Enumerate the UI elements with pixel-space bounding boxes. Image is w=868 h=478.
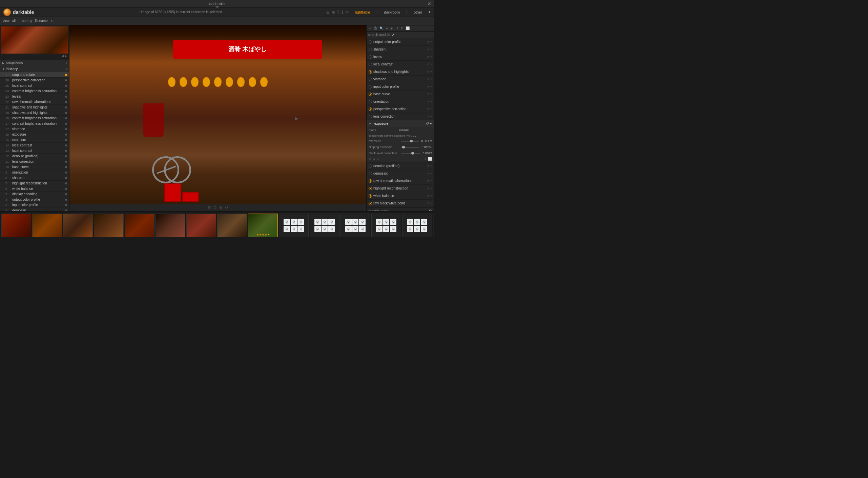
mod-reset-icon[interactable]: ↺ [427, 107, 430, 111]
history-item[interactable]: 14 local contrast [0, 143, 69, 148]
module-input-color-profile[interactable]: input color profile ↺ ▾ [367, 83, 434, 91]
module-power-icon[interactable] [369, 78, 372, 81]
history-item[interactable]: 8 sharpen [0, 175, 69, 181]
mod-reset-icon[interactable]: ↺ [427, 187, 430, 190]
filmstrip-thumb[interactable] [156, 214, 185, 237]
mod-preset-icon[interactable]: ▾ [430, 63, 432, 66]
module-denoise-profiled[interactable]: denoise (profiled) ↺ ▾ [367, 162, 434, 170]
right-panel-arrow[interactable]: ▶ [295, 116, 298, 121]
mod-preset-icon[interactable]: ▾ [430, 172, 432, 175]
filmstrip-thumb[interactable] [1, 214, 31, 237]
rgb-rt-icon[interactable]: ◈ [390, 26, 394, 31]
mod-reset-icon[interactable]: ↺ [427, 202, 430, 205]
info-icon[interactable]: ℹ [342, 10, 343, 15]
rotate-btn[interactable]: ↺ [225, 205, 228, 210]
history-item[interactable]: 23 levels [0, 94, 69, 99]
filmstrip-thumb[interactable] [217, 214, 247, 237]
module-raw-chromatic[interactable]: raw chromatic aberrations ↺ ▾ [367, 177, 434, 185]
mod-preset-icon[interactable]: ▾ [430, 40, 432, 44]
mod-preset-icon[interactable]: ▾ [430, 107, 432, 111]
history-item[interactable]: 17 contrast brightness saturation [0, 121, 69, 126]
black-slider[interactable] [401, 151, 420, 156]
module-exposure-header[interactable]: ▼ exposure ↺ ▾ [367, 120, 434, 127]
snapshots-section[interactable]: ▶ snapshots ℹ [0, 60, 69, 66]
history-item[interactable]: 6 white balance [0, 186, 69, 192]
mod-preset-icon[interactable]: ▾ [430, 55, 432, 59]
zoom-fit-btn[interactable]: ⊡ [213, 205, 216, 210]
module-perspective-correction[interactable]: perspective correction ↺ ▾ [367, 105, 434, 113]
module-orientation[interactable]: orientation ↺ ▾ [367, 98, 434, 105]
upload-rt-icon[interactable]: ⬆ [400, 26, 404, 31]
exp-history-icon[interactable]: ↺ [373, 157, 375, 161]
app-logo[interactable]: darktable [3, 8, 34, 16]
mod-preset-icon[interactable]: ▾ [430, 93, 432, 96]
history-info-icon[interactable]: ℹ [66, 67, 67, 71]
snapshots-info-icon[interactable]: ℹ [66, 61, 67, 65]
exp-reset-icon[interactable]: ↺ [426, 121, 429, 125]
module-vibrance[interactable]: vibrance ↺ ▾ [367, 76, 434, 83]
filmstrip-thumb[interactable] [94, 214, 124, 237]
module-power-icon[interactable] [369, 40, 372, 44]
history-item[interactable]: 3 input color profile [0, 202, 69, 208]
mod-reset-icon[interactable]: ↺ [427, 85, 430, 88]
filmstrip-skull-thumb[interactable]: 💀 💀 💀 💀 💀 💀 [433, 214, 434, 237]
filmstrip-skull-thumb[interactable]: 💀 💀 💀 💀 💀 💀 [371, 214, 401, 237]
module-power-icon[interactable] [369, 194, 372, 198]
exp-delete-icon[interactable]: ✕ [369, 157, 371, 161]
filmstrip-thumb[interactable] [125, 214, 154, 237]
power-rt-icon[interactable]: ⏻ [373, 26, 378, 31]
exposure-slider[interactable] [401, 139, 419, 143]
mod-reset-icon[interactable]: ↺ [427, 172, 430, 175]
module-raw-black-white[interactable]: raw black/white point ↺ ▾ [367, 200, 434, 207]
mod-preset-icon[interactable]: ▾ [430, 100, 432, 103]
mod-preset-icon[interactable]: ▾ [430, 194, 432, 198]
module-sharpen[interactable]: sharpen ↺ ▾ [367, 46, 434, 53]
module-power-icon[interactable] [369, 48, 372, 51]
clipping-slider[interactable] [401, 145, 419, 150]
module-order-icon[interactable]: ⚙ [429, 209, 432, 211]
module-power-icon[interactable] [369, 85, 372, 88]
module-power-icon[interactable] [369, 179, 372, 183]
mod-preset-icon[interactable]: ▾ [430, 164, 432, 168]
mod-reset-icon[interactable]: ↺ [427, 100, 430, 103]
search-expand-icon[interactable]: ↗ [392, 33, 395, 37]
history-item[interactable]: 5 display encoding [0, 192, 69, 197]
module-highlight-reconstruction[interactable]: highlight reconstruction ↺ ▾ [367, 185, 434, 192]
history-section-header[interactable]: ▼ history ℹ [0, 66, 69, 72]
module-demosaic[interactable]: demosaic ↺ ▾ [367, 170, 434, 177]
mod-reset-icon[interactable]: ↺ [427, 115, 430, 118]
mod-preset-icon[interactable]: ▾ [430, 70, 432, 74]
nav-lighttable[interactable]: lighttable [354, 9, 372, 15]
history-item[interactable]: 19 contrast brightness saturation [0, 116, 69, 121]
mod-reset-icon[interactable]: ↺ [427, 48, 430, 51]
module-lens-correction[interactable]: lens correction ↺ ▾ [367, 113, 434, 120]
module-shadows-highlights[interactable]: shadows and highlights ↺ ▾ [367, 68, 434, 76]
module-power-icon[interactable] [369, 93, 372, 96]
module-power-icon[interactable] [369, 107, 372, 111]
filmstrip-thumb[interactable] [63, 214, 93, 237]
history-item[interactable]: 21 shadows and highlights [0, 105, 69, 110]
module-power-icon[interactable] [369, 100, 372, 103]
exp-upload-icon[interactable]: ⬆ [424, 157, 427, 161]
exp-copy-icon[interactable]: ⊕ [377, 157, 379, 161]
module-output-color-profile[interactable]: output color profile ↺ ▾ [367, 38, 434, 46]
history-item[interactable]: 7 highlight reconstruction [0, 181, 69, 186]
module-levels[interactable]: levels ↺ ▾ [367, 53, 434, 61]
sort-arrow[interactable]: ↑↓ [50, 19, 54, 23]
mod-reset-icon[interactable]: ↺ [427, 70, 430, 74]
module-power-icon[interactable] [369, 172, 372, 175]
collapse-arrow[interactable] [215, 6, 219, 8]
nav-more[interactable]: ▾ [429, 10, 431, 14]
reset-rt-icon[interactable]: ↺ [395, 26, 399, 31]
circle-rt-icon[interactable]: ● [385, 26, 389, 31]
grid-icon[interactable]: ⊞ [326, 10, 330, 15]
zoom-icon[interactable]: ⊕ [332, 10, 335, 15]
nav-other[interactable]: other [412, 9, 423, 15]
black-slider-handle[interactable] [411, 152, 414, 155]
filmstrip-thumb[interactable] [32, 214, 62, 237]
grid-btn[interactable]: ⊞ [208, 205, 211, 210]
exp-preset-icon[interactable]: ▾ [430, 121, 432, 125]
history-item[interactable]: 2 demosaic [0, 208, 69, 211]
module-power-icon[interactable] [369, 115, 372, 118]
history-item[interactable]: 27 crop and rotate [0, 72, 69, 78]
